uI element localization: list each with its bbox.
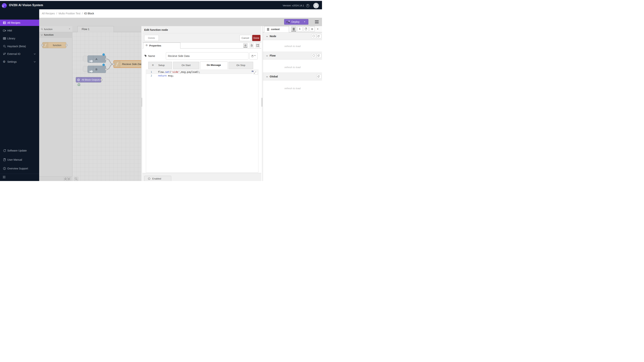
refresh-icon — [317, 75, 320, 78]
scroll-thumb[interactable] — [142, 98, 142, 107]
node-a-output-port[interactable] — [105, 58, 107, 60]
label-picker-button[interactable]: ▾ — [250, 52, 258, 60]
refresh-icon — [3, 149, 6, 152]
breadcrumb-bar: All Recipes/Multo Position Test/IO Block — [39, 9, 322, 18]
link-in-icon — [88, 56, 93, 62]
collapse-sidebar-button[interactable] — [2, 175, 6, 179]
sidebar-item-overview-support[interactable]: Overview Support — [0, 165, 39, 172]
expand-all-categories-button[interactable] — [67, 177, 70, 181]
tab-on-start[interactable]: On Start — [173, 62, 199, 69]
node-settings-button[interactable]: ⚙ — [243, 43, 248, 48]
enabled-toggle-button[interactable]: Enabled — [144, 176, 171, 181]
breadcrumb-recipe[interactable]: Multo Position Test — [58, 12, 80, 15]
expand-icon — [254, 71, 256, 74]
name-input[interactable] — [166, 52, 248, 60]
link-in-icon — [88, 66, 93, 73]
line-number: 2 — [146, 74, 152, 77]
bug-icon — [310, 28, 314, 30]
magnifier-icon — [74, 177, 78, 181]
debug-tab-button[interactable] — [310, 26, 315, 32]
sidebar-item-settings[interactable]: ⚙ Settings — [0, 58, 39, 65]
section-flow[interactable]: Flow — [263, 52, 322, 60]
code-line-2: return msg; — [158, 74, 174, 77]
tab-setup[interactable]: ⚙ Setup — [148, 62, 172, 69]
canvas-search-button[interactable] — [74, 177, 78, 181]
link-button-ghost — [83, 56, 88, 62]
square-icon — [313, 35, 315, 37]
refresh-icon — [317, 54, 320, 57]
appearance-button[interactable] — [256, 43, 260, 48]
menu-fold-icon — [2, 175, 6, 179]
appearance-icon — [256, 44, 259, 47]
code-line-1: flow.set('side',msg.payload); — [158, 70, 200, 73]
chevron-down-icon — [266, 36, 268, 37]
tab-properties[interactable]: ⚙ Properties — [143, 42, 180, 48]
function-icon: ƒ — [114, 61, 120, 68]
refresh-global-button[interactable] — [317, 74, 322, 79]
open-window-button[interactable] — [311, 34, 316, 38]
palette-search-input[interactable] — [44, 27, 68, 31]
done-button[interactable]: Done — [252, 35, 260, 41]
sidebar-item-hmi[interactable]: HMI — [0, 28, 39, 34]
code-editor[interactable]: 1 2 flow.set('side',msg.payload); return… — [146, 70, 258, 172]
scroll-thumb[interactable] — [262, 98, 262, 107]
sidebar-item-software-update[interactable]: Software Update — [0, 148, 39, 154]
node-a[interactable]: A — [88, 56, 106, 63]
tab-flow-1[interactable]: Flow 1 — [78, 26, 114, 32]
refresh-icon — [317, 35, 320, 38]
breadcrumb-all-recipes[interactable]: All Recipes — [42, 12, 55, 15]
menu-button[interactable] — [315, 20, 319, 23]
sidebar-item-user-manual[interactable]: User Manual — [0, 156, 39, 163]
tab-on-stop[interactable]: On Stop — [228, 62, 253, 69]
flow-context-placeholder: refresh to load — [263, 66, 322, 69]
collapse-all-categories-button[interactable] — [64, 177, 67, 181]
edit-dialog-body: ⚙ Properties ⚙ Name — [142, 42, 261, 173]
delete-button[interactable]: Delete — [144, 35, 159, 41]
tray-scrollbar[interactable] — [261, 26, 263, 181]
sidebar-item-all-recipes[interactable]: All Recipes — [0, 20, 39, 26]
open-window-button[interactable] — [311, 53, 316, 58]
palette-node-input-port[interactable] — [41, 44, 43, 46]
palette-category-function[interactable]: function — [39, 32, 72, 38]
tab-on-message[interactable]: On Message — [200, 62, 228, 69]
clear-search-icon[interactable]: × — [69, 28, 70, 30]
sidebar-item-library[interactable]: Library — [0, 35, 39, 42]
recipes-icon — [3, 21, 6, 24]
gear-icon: ⚙ — [146, 44, 148, 47]
cancel-button[interactable]: Cancel — [240, 35, 251, 41]
refresh-flow-button[interactable] — [317, 53, 322, 58]
context-tab-button[interactable] — [291, 26, 296, 32]
node-b-output-port[interactable] — [105, 68, 107, 70]
help-icon[interactable]: ? — [306, 4, 309, 7]
line-number: 1 — [146, 70, 152, 73]
refresh-node-button[interactable] — [317, 34, 322, 38]
description-button[interactable] — [250, 43, 254, 48]
chevron-down-icon — [34, 53, 36, 55]
palette-node-output-port[interactable] — [65, 44, 67, 46]
expand-editor-button[interactable] — [254, 70, 258, 75]
info-tab-button[interactable]: i — [297, 26, 302, 32]
avatar[interactable] — [313, 3, 319, 8]
sidebar-divider — [0, 174, 39, 174]
sidebar-item-external-io[interactable]: External IO — [0, 51, 39, 57]
link-target-marker — [78, 84, 80, 86]
node-recieve-side-data[interactable]: ƒ Recieve Side Data — [114, 60, 142, 68]
sidebar-caret-icon[interactable]: ▾ — [317, 28, 318, 30]
palette-node-function[interactable]: ƒ function — [42, 42, 66, 48]
changed-indicator — [102, 53, 105, 56]
changed-indicator — [102, 64, 105, 66]
section-global[interactable]: Global — [263, 72, 322, 80]
function-input-port[interactable] — [112, 63, 114, 65]
deploy-button[interactable]: Deploy ▾ — [284, 19, 308, 25]
deploy-caret-icon[interactable]: ▾ — [304, 20, 305, 23]
node-all-block-outputs[interactable]: All Block Outputs — [76, 77, 101, 82]
output-node-port[interactable] — [100, 79, 102, 81]
node-b[interactable]: B — [88, 66, 106, 73]
tab-context[interactable]: context — [264, 26, 289, 32]
help-tab-button[interactable] — [304, 26, 308, 32]
chevron-down-icon — [34, 61, 36, 63]
camera-icon — [3, 29, 6, 32]
search-icon — [41, 28, 43, 30]
sidebar-item-haystack[interactable]: Haystack (Beta) — [0, 43, 39, 50]
section-node[interactable]: Node — [263, 32, 322, 40]
